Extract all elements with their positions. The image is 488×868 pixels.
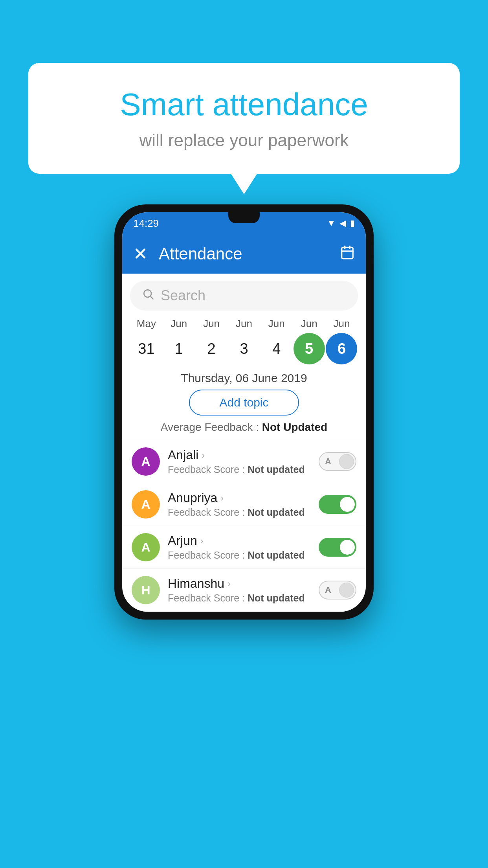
cal-date-5[interactable]: 5 bbox=[294, 333, 325, 364]
student-info: Anjali › Feedback Score : Not updated bbox=[168, 448, 311, 475]
calendar-icon[interactable] bbox=[340, 245, 355, 263]
cal-date-1[interactable]: 1 bbox=[163, 333, 194, 364]
avatar: A bbox=[132, 447, 160, 476]
add-topic-button[interactable]: Add topic bbox=[189, 390, 299, 416]
app-bar-title: Attendance bbox=[159, 245, 329, 263]
cal-month-2: Jun bbox=[196, 318, 227, 330]
status-time: 14:29 bbox=[133, 217, 159, 230]
app-bar: ✕ Attendance bbox=[122, 234, 366, 274]
feedback-score: Feedback Score : Not updated bbox=[168, 507, 311, 518]
chevron-icon: › bbox=[202, 450, 205, 461]
avg-feedback-label: Average Feedback : bbox=[161, 421, 259, 433]
selected-date-label: Thursday, 06 June 2019 bbox=[122, 371, 366, 385]
toggle-knob bbox=[340, 540, 355, 555]
status-icons: ▼ ◀ ▮ bbox=[327, 218, 355, 228]
student-name[interactable]: Anjali › bbox=[168, 448, 311, 462]
student-name[interactable]: Himanshu › bbox=[168, 576, 311, 591]
cal-month-5: Jun bbox=[294, 318, 325, 330]
cal-date-3[interactable]: 3 bbox=[228, 333, 260, 364]
speech-bubble-container: Smart attendance will replace your paper… bbox=[28, 63, 460, 174]
phone-notch bbox=[228, 212, 260, 223]
chevron-icon: › bbox=[200, 535, 204, 546]
phone-outer: 14:29 ▼ ◀ ▮ ✕ Attendance bbox=[114, 204, 374, 620]
calendar-dates: 31 1 2 3 4 5 6 bbox=[126, 330, 362, 368]
student-info: Arjun › Feedback Score : Not updated bbox=[168, 533, 311, 561]
bubble-subtitle: will replace your paperwork bbox=[60, 131, 428, 150]
cal-month-4: Jun bbox=[261, 318, 292, 330]
attendance-toggle[interactable]: A bbox=[319, 581, 356, 600]
close-button[interactable]: ✕ bbox=[133, 245, 148, 263]
toggle-knob bbox=[339, 454, 354, 469]
bubble-title: Smart attendance bbox=[60, 86, 428, 123]
search-bar[interactable]: Search bbox=[130, 281, 358, 311]
feedback-score: Feedback Score : Not updated bbox=[168, 464, 311, 475]
cal-month-0: May bbox=[130, 318, 162, 330]
svg-point-4 bbox=[144, 290, 151, 297]
list-item: A Anupriya › Feedback Score : Not update… bbox=[122, 483, 366, 526]
cal-date-6[interactable]: 6 bbox=[326, 333, 357, 364]
battery-icon: ▮ bbox=[350, 218, 355, 228]
cal-date-4[interactable]: 4 bbox=[261, 333, 292, 364]
wifi-icon: ▼ bbox=[327, 218, 336, 228]
toggle-knob bbox=[339, 583, 354, 598]
cal-month-1: Jun bbox=[163, 318, 194, 330]
toggle-knob bbox=[340, 497, 355, 512]
chevron-icon: › bbox=[227, 578, 231, 589]
speech-bubble: Smart attendance will replace your paper… bbox=[28, 63, 460, 174]
cal-date-2[interactable]: 2 bbox=[196, 333, 227, 364]
svg-rect-0 bbox=[342, 247, 353, 259]
list-item: A Arjun › Feedback Score : Not updated P bbox=[122, 526, 366, 569]
avatar: A bbox=[132, 490, 160, 519]
phone-screen: 14:29 ▼ ◀ ▮ ✕ Attendance bbox=[122, 212, 366, 612]
avg-feedback-value: Not Updated bbox=[262, 421, 327, 433]
student-list: A Anjali › Feedback Score : Not updated … bbox=[122, 440, 366, 612]
avatar: H bbox=[132, 576, 160, 604]
list-item: A Anjali › Feedback Score : Not updated … bbox=[122, 440, 366, 483]
chevron-icon: › bbox=[220, 493, 224, 504]
search-icon bbox=[142, 287, 154, 304]
feedback-score: Feedback Score : Not updated bbox=[168, 550, 311, 561]
phone-container: 14:29 ▼ ◀ ▮ ✕ Attendance bbox=[114, 204, 374, 620]
student-name[interactable]: Arjun › bbox=[168, 533, 311, 548]
attendance-toggle[interactable]: A bbox=[319, 452, 356, 471]
list-item: H Himanshu › Feedback Score : Not update… bbox=[122, 569, 366, 612]
search-placeholder: Search bbox=[161, 287, 205, 304]
attendance-toggle[interactable]: P bbox=[319, 538, 356, 557]
cal-month-3: Jun bbox=[228, 318, 260, 330]
svg-line-5 bbox=[150, 296, 153, 299]
calendar-months: May Jun Jun Jun Jun Jun Jun bbox=[126, 318, 362, 330]
feedback-score: Feedback Score : Not updated bbox=[168, 592, 311, 604]
attendance-toggle[interactable]: P bbox=[319, 495, 356, 514]
student-info: Himanshu › Feedback Score : Not updated bbox=[168, 576, 311, 604]
cal-month-6: Jun bbox=[326, 318, 357, 330]
avatar: A bbox=[132, 533, 160, 561]
student-name[interactable]: Anupriya › bbox=[168, 491, 311, 505]
cal-date-0[interactable]: 31 bbox=[130, 333, 162, 364]
calendar-strip: May Jun Jun Jun Jun Jun Jun 31 1 2 3 4 5… bbox=[122, 318, 366, 368]
student-info: Anupriya › Feedback Score : Not updated bbox=[168, 491, 311, 518]
avg-feedback: Average Feedback : Not Updated bbox=[122, 421, 366, 434]
signal-icon: ◀ bbox=[339, 218, 346, 228]
